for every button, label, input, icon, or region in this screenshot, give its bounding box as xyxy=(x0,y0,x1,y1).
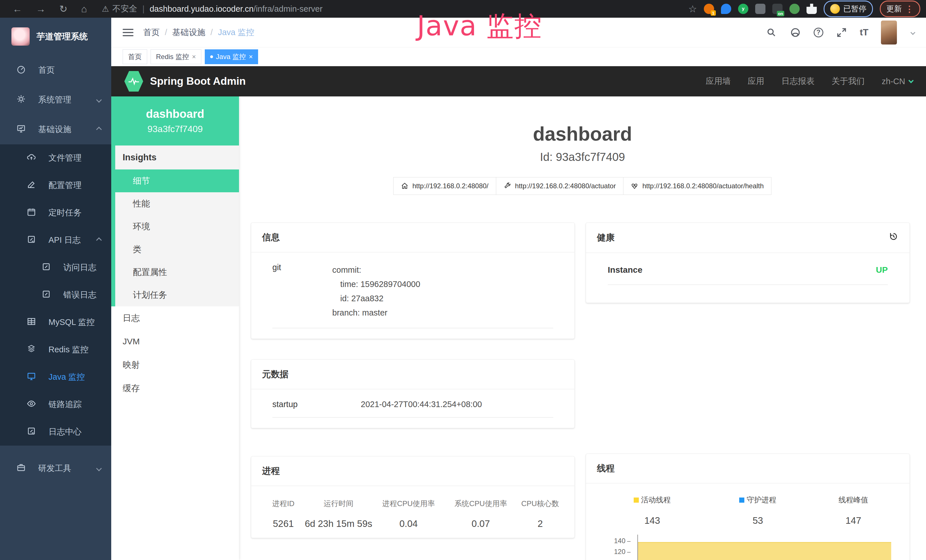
sidebar-item-java-monitor[interactable]: Java 监控 xyxy=(0,363,111,391)
address-bar[interactable]: ⚠ 不安全 | dashboard.yudao.iocoder.cn /infr… xyxy=(102,3,322,15)
git-time-line: time: 1596289704000 xyxy=(332,277,421,291)
tab-java-monitor[interactable]: Java 监控 × xyxy=(205,49,258,64)
sidebar-item-infra[interactable]: 基础设施 xyxy=(0,115,111,144)
sidebar-item-scheduled-jobs[interactable]: 定时任务 xyxy=(0,199,111,227)
browser-menu-icon[interactable]: ⋮ xyxy=(905,4,914,14)
sba-item-classes[interactable]: 类 xyxy=(115,238,239,261)
breadcrumb-infra[interactable]: 基础设施 xyxy=(172,27,205,38)
sidebar-item-config-manage[interactable]: 配置管理 xyxy=(0,172,111,199)
sidebar-item-access-log[interactable]: 访问日志 xyxy=(0,254,111,281)
forward-icon[interactable]: → xyxy=(29,3,53,15)
paused-label: 已暂停 xyxy=(843,4,866,14)
info-key: git xyxy=(272,263,332,320)
url-path[interactable]: /infra/admin-server xyxy=(254,4,322,14)
peak-threads-value: 147 xyxy=(808,515,899,526)
github-icon[interactable] xyxy=(790,27,801,38)
sidebar-item-dev-tools[interactable]: 研发工具 xyxy=(0,454,111,483)
actuator-url-chip[interactable]: http://192.168.0.2:48080/actuator xyxy=(496,177,624,195)
collapse-sidebar-icon[interactable] xyxy=(123,27,133,38)
cloud-upload-icon xyxy=(26,153,36,164)
sidebar-item-redis-monitor[interactable]: Redis 监控 xyxy=(0,336,111,363)
history-icon[interactable] xyxy=(888,232,899,244)
sba-item-environment[interactable]: 环境 xyxy=(115,215,239,238)
sba-logo-icon[interactable] xyxy=(124,71,143,92)
process-card: 进程 进程ID 运行时间 进程CPU使用率 系统CPU使用率 CPU核心数 52… xyxy=(251,456,575,538)
process-proc-cpu: 0.04 xyxy=(372,518,445,529)
sidebar-item-error-log[interactable]: 错误日志 xyxy=(0,281,111,309)
language-label: zh-CN xyxy=(882,77,905,86)
sba-item-metrics[interactable]: 性能 xyxy=(115,192,239,215)
wrench-icon xyxy=(504,182,511,190)
sidebar-item-label: API 日志 xyxy=(48,235,81,246)
sba-item-scheduled-tasks[interactable]: 计划任务 xyxy=(115,283,239,306)
url-host[interactable]: dashboard.yudao.iocoder.cn xyxy=(150,4,254,14)
active-threads-area xyxy=(638,542,891,560)
extensions-puzzle-icon[interactable] xyxy=(806,4,817,14)
sba-instance-header[interactable]: dashboard 93a3fc7f7409 xyxy=(111,97,239,145)
update-label: 更新 xyxy=(887,4,902,14)
extension-grid-icon[interactable] xyxy=(755,4,766,14)
sba-nav-journal[interactable]: 日志报表 xyxy=(781,76,814,87)
sidebar-item-home[interactable]: 首页 xyxy=(0,55,111,85)
sba-item-caches[interactable]: 缓存 xyxy=(111,377,239,400)
sba-item-details[interactable]: 细节 xyxy=(115,170,239,192)
process-header-pid: 进程ID xyxy=(262,499,304,509)
browser-home-icon[interactable]: ⌂ xyxy=(74,3,94,15)
health-url-chip[interactable]: http://192.168.0.2:48080/actuator/health xyxy=(623,177,772,195)
search-icon[interactable] xyxy=(766,27,777,38)
update-button[interactable]: 更新 ⋮ xyxy=(880,1,920,17)
service-url-chip[interactable]: http://192.168.0.2:48080/ xyxy=(393,177,496,195)
sidebar-item-system[interactable]: 系统管理 xyxy=(0,85,111,115)
sba-item-mappings[interactable]: 映射 xyxy=(111,353,239,377)
close-icon[interactable]: × xyxy=(192,53,196,61)
sba-item-config-props[interactable]: 配置属性 xyxy=(115,261,239,283)
sidebar-item-log-center[interactable]: 日志中心 xyxy=(0,418,111,446)
extension-badge: 1 xyxy=(711,10,716,16)
reload-icon[interactable]: ↻ xyxy=(53,3,74,15)
extension-pin-icon[interactable] xyxy=(721,4,731,14)
bookmark-star-icon[interactable]: ☆ xyxy=(688,3,697,15)
avatar-caret-icon[interactable] xyxy=(911,30,915,35)
breadcrumb-home[interactable]: 首页 xyxy=(143,27,160,38)
extension-colorzilla-icon[interactable]: 1 xyxy=(704,4,714,14)
user-avatar[interactable] xyxy=(881,21,897,44)
extension-on-badge: on xyxy=(777,11,784,16)
security-label[interactable]: 不安全 xyxy=(112,3,137,15)
sba-item-logs[interactable]: 日志 xyxy=(111,306,239,330)
sidebar-item-tracing[interactable]: 链路追踪 xyxy=(0,391,111,418)
help-icon[interactable]: ? xyxy=(814,28,823,37)
extension-switch-icon[interactable]: on xyxy=(772,4,782,14)
main-region: 首页 / 基础设施 / Java 监控 ? tT 首页 Redis 监控 × J… xyxy=(111,18,926,560)
extension-y-icon[interactable]: y xyxy=(738,4,748,14)
health-card: 健康 Instance UP xyxy=(586,222,910,303)
app-logo-row[interactable]: 芋道管理系统 xyxy=(0,18,111,55)
app-title: 芋道管理系统 xyxy=(36,31,88,42)
instance-links: http://192.168.0.2:48080/ http://192.168… xyxy=(239,177,926,195)
fullscreen-icon[interactable] xyxy=(836,27,847,38)
instance-id: 93a3fc7f7409 xyxy=(147,124,203,135)
tab-home[interactable]: 首页 xyxy=(123,49,147,64)
service-url: http://192.168.0.2:48080/ xyxy=(412,182,489,190)
legend-active-threads: 活动线程 xyxy=(597,495,708,505)
tab-redis-monitor[interactable]: Redis 监控 × xyxy=(151,49,201,64)
close-icon[interactable]: × xyxy=(249,53,253,61)
extension-y-label: y xyxy=(742,6,744,12)
sidebar-item-file-manage[interactable]: 文件管理 xyxy=(0,144,111,172)
sidebar-item-mysql-monitor[interactable]: MySQL 监控 xyxy=(0,309,111,336)
sba-item-jvm[interactable]: JVM xyxy=(111,330,239,353)
info-value: commit: time: 1596289704000 id: 27aa832 … xyxy=(332,263,421,320)
sba-brand-title[interactable]: Spring Boot Admin xyxy=(150,75,246,87)
log-edit-icon xyxy=(41,289,51,301)
tab-label: Redis 监控 xyxy=(156,52,189,61)
extension-leaf-icon[interactable] xyxy=(790,4,800,14)
sba-nav-wallboard[interactable]: 应用墙 xyxy=(706,76,731,87)
sba-nav-applications[interactable]: 应用 xyxy=(748,76,764,87)
font-size-icon[interactable]: tT xyxy=(860,27,869,38)
sba-language-select[interactable]: zh-CN xyxy=(882,77,913,86)
paused-badge[interactable]: 已暂停 xyxy=(824,1,873,17)
sidebar-item-api-log[interactable]: API 日志 xyxy=(0,227,111,254)
back-icon[interactable]: ← xyxy=(6,3,29,15)
java-monitor-icon xyxy=(26,372,36,383)
legend-yellow-swatch xyxy=(634,498,639,502)
sba-nav-about[interactable]: 关于我们 xyxy=(832,76,865,87)
